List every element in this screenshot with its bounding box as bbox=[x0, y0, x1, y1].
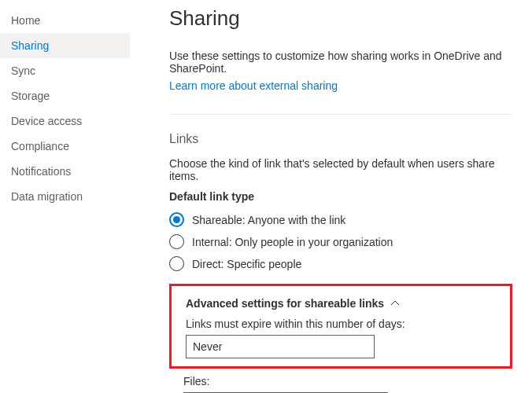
radio-internal[interactable]: Internal: Only people in your organizati… bbox=[169, 234, 512, 249]
sidebar-item-data-migration[interactable]: Data migration bbox=[0, 184, 130, 209]
sidebar-nav: Home Sharing Sync Storage Device access … bbox=[0, 0, 130, 393]
advanced-settings-highlight: Advanced settings for shareable links Li… bbox=[169, 284, 512, 369]
advanced-heading-label: Advanced settings for shareable links bbox=[186, 297, 384, 310]
radio-label: Shareable: Anyone with the link bbox=[192, 214, 345, 226]
sidebar-item-sync[interactable]: Sync bbox=[0, 58, 130, 83]
chevron-up-icon bbox=[390, 299, 400, 308]
links-section-desc: Choose the kind of link that's selected … bbox=[169, 157, 512, 182]
advanced-settings-toggle[interactable]: Advanced settings for shareable links bbox=[186, 297, 496, 310]
radio-icon bbox=[169, 234, 184, 249]
sidebar-item-storage[interactable]: Storage bbox=[0, 83, 130, 108]
radio-shareable[interactable]: Shareable: Anyone with the link bbox=[169, 212, 512, 227]
expire-days-input[interactable] bbox=[186, 335, 375, 358]
sidebar-item-notifications[interactable]: Notifications bbox=[0, 159, 130, 184]
intro-text: Use these settings to customize how shar… bbox=[169, 50, 512, 75]
expire-label: Links must expire within this number of … bbox=[186, 318, 496, 330]
page-title: Sharing bbox=[169, 6, 512, 31]
sidebar-item-home[interactable]: Home bbox=[0, 8, 130, 33]
radio-direct[interactable]: Direct: Specific people bbox=[169, 256, 512, 271]
default-link-type-label: Default link type bbox=[169, 190, 512, 203]
radio-icon bbox=[169, 256, 184, 271]
sidebar-item-sharing[interactable]: Sharing bbox=[0, 33, 130, 58]
radio-icon-selected bbox=[169, 212, 184, 227]
radio-label: Internal: Only people in your organizati… bbox=[192, 236, 393, 248]
links-section-title: Links bbox=[169, 132, 512, 146]
sidebar-item-device-access[interactable]: Device access bbox=[0, 108, 130, 134]
radio-label: Direct: Specific people bbox=[192, 258, 301, 270]
files-label: Files: bbox=[183, 375, 498, 387]
learn-more-link[interactable]: Learn more about external sharing bbox=[169, 79, 338, 92]
sidebar-item-compliance[interactable]: Compliance bbox=[0, 134, 130, 159]
files-section: Files: View, edit, and upload bbox=[169, 375, 512, 393]
main-content: Sharing Use these settings to customize … bbox=[130, 0, 532, 393]
section-divider bbox=[169, 114, 512, 115]
